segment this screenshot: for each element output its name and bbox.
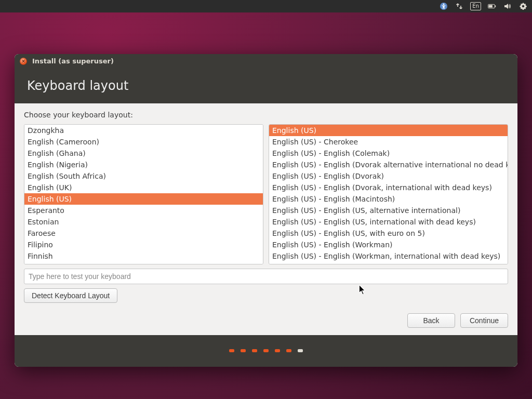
settings-gear-icon[interactable] (518, 2, 528, 11)
list-item[interactable]: English (US) - English (US, internationa… (269, 216, 508, 228)
layout-lists-row: DzongkhaEnglish (Cameroon)English (Ghana… (24, 124, 508, 264)
layout-variant-list[interactable]: English (US)English (US) - CherokeeEngli… (269, 124, 508, 264)
content-area: Choose your keyboard layout: DzongkhaEng… (15, 103, 517, 308)
window-titlebar[interactable]: ✕ Install (as superuser) (15, 54, 517, 69)
list-item[interactable]: English (US) - Cherokee (269, 136, 508, 148)
list-item[interactable]: Filipino (24, 239, 263, 250)
progress-dots (15, 335, 517, 367)
window-title: Install (as superuser) (32, 57, 114, 65)
back-button[interactable]: Back (407, 313, 455, 328)
progress-dot (298, 349, 303, 352)
list-item[interactable]: French (24, 262, 263, 264)
system-top-panel: En (0, 0, 532, 12)
accessibility-icon[interactable] (439, 2, 448, 11)
list-item[interactable]: Estonian (24, 216, 263, 228)
battery-icon[interactable] (487, 2, 497, 11)
sound-icon[interactable] (503, 2, 512, 11)
list-item[interactable]: English (US) - English (Workman) (269, 239, 508, 250)
list-item[interactable]: English (Ghana) (24, 148, 263, 159)
installer-window: ✕ Install (as superuser) Keyboard layout… (15, 54, 517, 367)
list-item[interactable]: English (US) - English (Macintosh) (269, 193, 508, 205)
svg-rect-4 (489, 5, 493, 8)
progress-dot (275, 349, 280, 352)
list-item[interactable]: English (US) (269, 125, 508, 136)
list-item[interactable]: Esperanto (24, 205, 263, 216)
svg-point-1 (443, 4, 445, 5)
list-item[interactable]: English (UK) (24, 182, 263, 193)
list-item[interactable]: Finnish (24, 250, 263, 262)
progress-dot (286, 349, 291, 352)
list-item[interactable]: English (US) - English (US, with euro on… (269, 228, 508, 239)
list-item[interactable]: Dzongkha (24, 125, 263, 136)
input-source-indicator[interactable]: En (470, 2, 481, 10)
keyboard-test-input[interactable] (24, 269, 508, 284)
continue-button[interactable]: Continue (460, 313, 508, 328)
progress-dot (263, 349, 269, 352)
list-item[interactable]: English (US) - English (classic Dvorak) (269, 262, 508, 264)
progress-dot (241, 349, 246, 352)
progress-dot (229, 349, 234, 352)
network-icon[interactable] (455, 2, 464, 11)
progress-dot (252, 349, 257, 352)
page-heading: Keyboard layout (15, 69, 517, 103)
detect-layout-button[interactable]: Detect Keyboard Layout (24, 288, 117, 303)
list-item[interactable]: English (Cameroon) (24, 136, 263, 148)
list-item[interactable]: English (US) - English (Dvorak alternati… (269, 159, 508, 170)
list-item[interactable]: English (US) - English (Dvorak) (269, 170, 508, 182)
list-item[interactable]: Faroese (24, 228, 263, 239)
list-item[interactable]: English (US) - English (Colemak) (269, 148, 508, 159)
list-item[interactable]: English (US) - English (Workman, interna… (269, 250, 508, 262)
svg-rect-3 (495, 5, 496, 7)
list-item[interactable]: English (US) (24, 193, 263, 205)
navigation-row: Back Continue (15, 308, 517, 335)
close-icon[interactable]: ✕ (20, 58, 27, 65)
list-item[interactable]: English (Nigeria) (24, 159, 263, 170)
choose-layout-label: Choose your keyboard layout: (24, 111, 508, 119)
list-item[interactable]: English (US) - English (US, alternative … (269, 205, 508, 216)
list-item[interactable]: English (US) - English (Dvorak, internat… (269, 182, 508, 193)
layout-language-list[interactable]: DzongkhaEnglish (Cameroon)English (Ghana… (24, 124, 263, 264)
list-item[interactable]: English (South Africa) (24, 170, 263, 182)
